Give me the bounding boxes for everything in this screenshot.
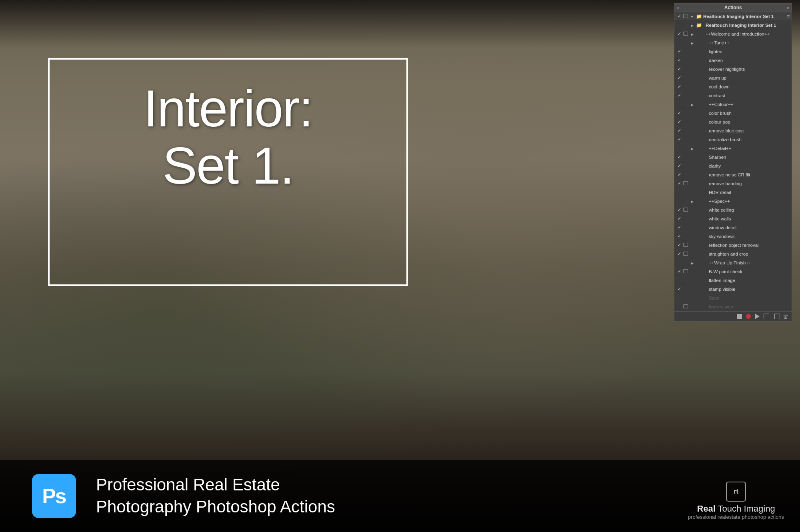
label-28: B-W point check	[702, 269, 790, 274]
check-8: ✓	[676, 93, 682, 98]
action-item-25[interactable]: ✓reflection object removal	[674, 241, 792, 250]
action-item-3[interactable]: ✓lighten	[674, 47, 792, 56]
label-21: white ceiling	[702, 208, 790, 212]
action-item-28[interactable]: ✓B-W point check	[674, 267, 792, 276]
action-item-0[interactable]: ▶📁Realtouch Imaging Interior Set 1	[674, 21, 792, 30]
panel-close-button[interactable]: ×	[677, 5, 679, 10]
action-item-20[interactable]: ▶++Spec++	[674, 197, 792, 206]
action-item-30[interactable]: ✓stamp visible	[674, 285, 792, 294]
action-item-29[interactable]: flatten image	[674, 276, 792, 285]
top-group-check: ✓	[676, 14, 682, 19]
check-6: ✓	[676, 75, 682, 80]
action-item-21[interactable]: ✓white ceiling	[674, 206, 792, 214]
photoshop-logo: Ps	[32, 474, 76, 518]
action-item-9[interactable]: ▶++Colour++	[674, 100, 792, 109]
label-30: stamp visible	[702, 287, 790, 292]
check-26: ✓	[676, 251, 682, 256]
label-15: Sharpen	[702, 155, 790, 160]
record-button[interactable]	[746, 314, 751, 319]
modal-21	[682, 207, 689, 213]
check-10: ✓	[676, 110, 682, 116]
stop-button[interactable]	[737, 314, 742, 319]
check-3: ✓	[676, 49, 682, 54]
bottom-bar: Ps Professional Real Estate Photography …	[0, 460, 800, 532]
action-item-11[interactable]: ✓colour pop	[674, 118, 792, 126]
action-item-14[interactable]: ▶++Detail++	[674, 144, 792, 153]
check-1: ✓	[676, 31, 682, 36]
action-item-13[interactable]: ✓neutralize brush	[674, 135, 792, 144]
top-group-label: Realtouch Imaging Interior Set 1	[702, 14, 787, 19]
rt-name: Real Touch Imaging	[688, 504, 784, 514]
action-item-12[interactable]: ✓remove blue cast	[674, 126, 792, 135]
panel-menu-icon[interactable]: ≡	[787, 13, 790, 19]
expand-20[interactable]: ▶	[689, 198, 695, 204]
action-item-31[interactable]: Save	[674, 294, 792, 302]
rt-badge-text: rt	[734, 488, 738, 495]
action-item-4[interactable]: ✓darken	[674, 56, 792, 65]
actions-list: ▶📁Realtouch Imaging Interior Set 1✓▶++We…	[674, 21, 792, 311]
label-7: cool down	[702, 84, 790, 89]
action-item-27[interactable]: ▶++Wrap Up Finish++	[674, 258, 792, 267]
label-27: ++Wrap Up Finish++	[702, 260, 790, 265]
check-16: ✓	[676, 163, 682, 168]
label-17: remove noise CR filt	[702, 172, 790, 177]
action-item-32[interactable]: low res web	[674, 302, 792, 311]
action-item-2[interactable]: ▶++Tone++	[674, 38, 792, 47]
label-14: ++Detail++	[702, 146, 790, 151]
modal-1	[682, 31, 689, 37]
expand-1[interactable]: ▶	[689, 31, 695, 37]
top-group-folder-icon: 📁	[695, 14, 702, 19]
label-10: color brush	[702, 111, 790, 116]
label-1: ++Welcome and Introduction++	[702, 32, 790, 36]
action-item-19[interactable]: HDR detail	[674, 188, 792, 197]
top-group-row[interactable]: ✓ ▼ 📁 Realtouch Imaging Interior Set 1 ≡	[674, 12, 792, 21]
action-item-10[interactable]: ✓color brush	[674, 109, 792, 118]
action-item-6[interactable]: ✓warm up	[674, 74, 792, 82]
action-item-26[interactable]: ✓straighten and crop	[674, 250, 792, 258]
action-item-5[interactable]: ✓recover highlights	[674, 65, 792, 74]
expand-2[interactable]: ▶	[689, 40, 695, 46]
action-item-16[interactable]: ✓clarity	[674, 162, 792, 170]
modal-25	[682, 242, 689, 248]
title-line1: Interior:	[52, 80, 404, 137]
rt-name-prefix: Real	[697, 504, 715, 514]
action-item-1[interactable]: ✓▶++Welcome and Introduction++	[674, 30, 792, 38]
expand-27[interactable]: ▶	[689, 260, 695, 266]
action-item-24[interactable]: ✓sky windows	[674, 232, 792, 241]
play-button[interactable]	[755, 314, 760, 319]
action-item-22[interactable]: ✓white walls	[674, 214, 792, 223]
delete-button[interactable]: 🗑	[783, 313, 788, 320]
label-18: remove banding	[702, 181, 790, 186]
check-28: ✓	[676, 269, 682, 274]
label-13: neutralize brush	[702, 137, 790, 142]
panel-expand-button[interactable]: »	[787, 5, 789, 10]
label-25: reflection object removal	[702, 243, 790, 248]
label-6: warm up	[702, 76, 790, 80]
label-2: ++Tone++	[702, 40, 790, 45]
modal-28	[682, 269, 689, 274]
expand-9[interactable]: ▶	[689, 102, 695, 107]
action-item-15[interactable]: ✓Sharpen	[674, 153, 792, 162]
expand-0[interactable]: ▶	[689, 22, 695, 28]
top-group-modal	[682, 14, 689, 19]
action-item-23[interactable]: ✓window detail	[674, 223, 792, 232]
action-item-17[interactable]: ✓remove noise CR filt	[674, 170, 792, 179]
new-action-button[interactable]	[764, 314, 769, 319]
bottom-subtitle: Professional Real Estate Photography Pho…	[96, 474, 335, 518]
label-19: HDR detail	[702, 190, 790, 195]
label-9: ++Colour++	[702, 102, 790, 107]
top-group-expand[interactable]: ▼	[689, 14, 695, 19]
check-18: ✓	[676, 181, 682, 186]
check-12: ✓	[676, 128, 682, 133]
action-item-18[interactable]: ✓remove banding	[674, 179, 792, 188]
modal-26	[682, 251, 689, 257]
main-title: Interior: Set 1.	[52, 80, 404, 194]
label-0: Realtouch Imaging Interior Set 1	[702, 23, 790, 28]
actions-panel: × Actions » ✓ ▼ 📁 Realtouch Imaging Inte…	[674, 3, 792, 322]
duplicate-button[interactable]	[774, 314, 780, 319]
check-11: ✓	[676, 119, 682, 124]
expand-14[interactable]: ▶	[689, 146, 695, 151]
check-22: ✓	[676, 216, 682, 221]
action-item-8[interactable]: ✓contrast	[674, 91, 792, 100]
action-item-7[interactable]: ✓cool down	[674, 82, 792, 91]
